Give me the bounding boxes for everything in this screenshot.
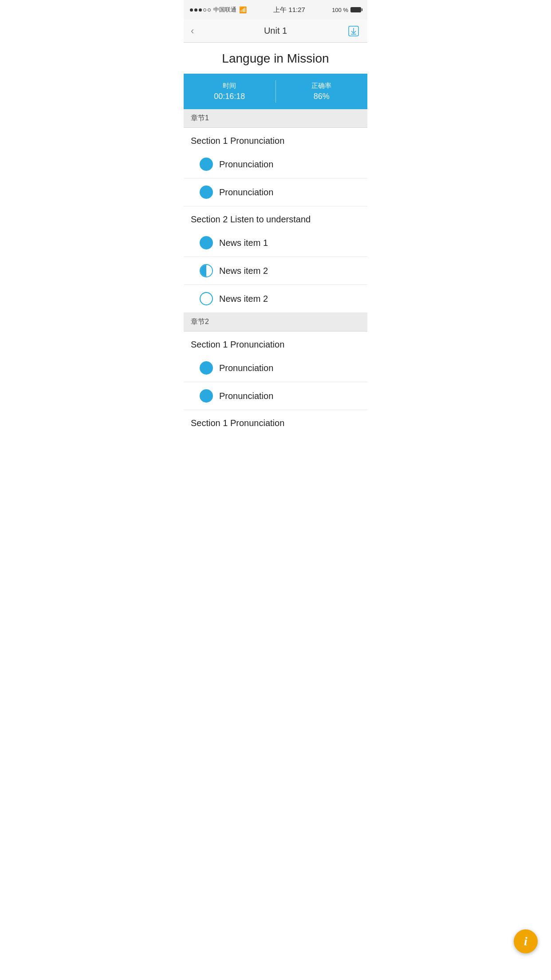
status-time: 上午 11:27 bbox=[273, 6, 305, 14]
stat-accuracy: 正确率 86% bbox=[276, 82, 368, 101]
section-header-1-0: Section 1 Pronunciation bbox=[184, 332, 367, 354]
page-wrapper: 中国联通 📶 上午 11:27 100 % ‹ Unit 1 Languge i… bbox=[184, 0, 367, 433]
status-bar: 中国联通 📶 上午 11:27 100 % bbox=[184, 0, 367, 20]
list-icon-half bbox=[200, 264, 213, 277]
signal-dot-4 bbox=[203, 8, 206, 12]
nav-bar: ‹ Unit 1 bbox=[184, 20, 367, 43]
chapter-header-1: 章节2 bbox=[184, 313, 367, 332]
section-header-0-1: Section 2 Listen to understand bbox=[184, 206, 367, 229]
list-icon-full bbox=[200, 236, 213, 249]
stat-time-label: 时间 bbox=[184, 82, 276, 90]
stats-bar: 时间 00:16:18 正确率 86% bbox=[184, 74, 367, 109]
list-icon-full bbox=[200, 361, 213, 375]
battery-fill bbox=[351, 8, 361, 12]
stat-accuracy-value: 86% bbox=[276, 92, 368, 101]
download-button[interactable] bbox=[347, 24, 360, 38]
list-icon-full bbox=[200, 389, 213, 403]
battery-percent: 100 % bbox=[332, 7, 348, 13]
list-item[interactable]: Pronunciation bbox=[184, 382, 367, 410]
section-header-1-1: Section 1 Pronunciation bbox=[184, 410, 367, 433]
list-item-label: Pronunciation bbox=[219, 363, 273, 373]
list-item-label: News item 2 bbox=[219, 294, 268, 304]
stat-time-value: 00:16:18 bbox=[184, 92, 276, 101]
page-title: Languge in Mission bbox=[191, 51, 360, 66]
chapter-header-0: 章节1 bbox=[184, 109, 367, 128]
carrier-label: 中国联通 bbox=[213, 6, 236, 14]
circle-empty-icon bbox=[200, 292, 213, 305]
status-left: 中国联通 📶 bbox=[190, 6, 247, 14]
list-item[interactable]: Pronunciation bbox=[184, 150, 367, 178]
signal-dot-1 bbox=[190, 8, 193, 12]
list-icon-full bbox=[200, 158, 213, 171]
circle-full-icon bbox=[200, 158, 213, 171]
circle-full-icon bbox=[200, 236, 213, 249]
list-item[interactable]: News item 1 bbox=[184, 229, 367, 257]
circle-full-icon bbox=[200, 186, 213, 199]
wifi-icon: 📶 bbox=[239, 6, 247, 13]
list-item-label: News item 2 bbox=[219, 266, 268, 276]
list-icon-empty bbox=[200, 292, 213, 305]
signal-dot-3 bbox=[199, 8, 202, 12]
section-header-0-0: Section 1 Pronunciation bbox=[184, 128, 367, 150]
signal-dot-2 bbox=[194, 8, 197, 12]
page-title-section: Languge in Mission bbox=[184, 43, 367, 74]
list-item[interactable]: News item 2 bbox=[184, 285, 367, 313]
circle-full-icon bbox=[200, 389, 213, 403]
list-item-label: Pronunciation bbox=[219, 391, 273, 401]
list-item-label: Pronunciation bbox=[219, 159, 273, 170]
nav-title: Unit 1 bbox=[264, 26, 287, 36]
signal-dot-5 bbox=[208, 8, 211, 12]
signal-dots bbox=[190, 8, 211, 12]
download-icon bbox=[348, 25, 359, 37]
list-icon-full bbox=[200, 186, 213, 199]
circle-full-icon bbox=[200, 361, 213, 375]
chapters-container: 章节1Section 1 PronunciationPronunciationP… bbox=[184, 109, 367, 433]
list-item[interactable]: Pronunciation bbox=[184, 178, 367, 206]
list-item[interactable]: News item 2 bbox=[184, 257, 367, 285]
circle-half-icon bbox=[200, 264, 213, 277]
stat-time: 时间 00:16:18 bbox=[184, 82, 276, 101]
back-button[interactable]: ‹ bbox=[191, 25, 204, 37]
status-right: 100 % bbox=[332, 7, 361, 13]
stat-accuracy-label: 正确率 bbox=[276, 82, 368, 90]
list-item[interactable]: Pronunciation bbox=[184, 354, 367, 382]
battery-icon bbox=[350, 7, 361, 12]
list-item-label: Pronunciation bbox=[219, 187, 273, 198]
list-item-label: News item 1 bbox=[219, 238, 268, 248]
